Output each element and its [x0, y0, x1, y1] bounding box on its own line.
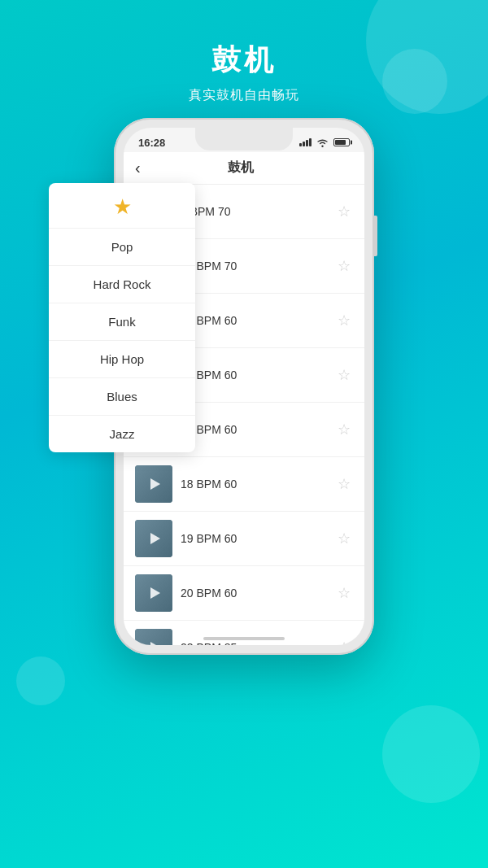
status-time: 16:28: [138, 137, 165, 149]
back-button[interactable]: ‹: [135, 159, 141, 177]
favorite-button[interactable]: ☆: [335, 257, 353, 275]
nav-bar: ‹ 鼓机: [124, 152, 364, 185]
play-icon: [150, 478, 160, 490]
track-name: 23 BPM 85: [181, 641, 327, 645]
track-item[interactable]: 18 BPM 60 ☆: [124, 457, 364, 512]
favorite-button[interactable]: ☆: [335, 203, 353, 220]
track-item[interactable]: 23 BPM 85 ☆: [124, 621, 364, 645]
track-name: 19 BPM 60: [181, 532, 327, 545]
track-name: 14 BPM 60: [181, 423, 327, 436]
play-icon: [150, 587, 160, 599]
dropdown-item-hard-rock[interactable]: Hard Rock: [49, 266, 195, 303]
track-thumbnail: [135, 629, 172, 645]
favorite-button[interactable]: ☆: [335, 639, 353, 645]
track-item[interactable]: 19 BPM 60 ☆: [124, 512, 364, 566]
star-outline-icon: ☆: [338, 204, 351, 219]
favorites-star-icon[interactable]: ★: [113, 194, 132, 220]
favorite-button[interactable]: ☆: [335, 475, 353, 493]
star-outline-icon: ☆: [338, 531, 351, 546]
track-name: 18 BPM 60: [181, 478, 327, 491]
star-outline-icon: ☆: [338, 259, 351, 273]
genre-dropdown: ★ PopHard RockFunkHip HopBluesJazz: [49, 183, 195, 452]
power-button: [374, 216, 377, 256]
star-outline-icon: ☆: [338, 368, 351, 382]
track-name: 12 BPM 60: [181, 314, 327, 327]
star-outline-icon: ☆: [338, 640, 351, 645]
favorite-button[interactable]: ☆: [335, 530, 353, 547]
favorite-button[interactable]: ☆: [335, 312, 353, 329]
favorite-button[interactable]: ☆: [335, 366, 353, 384]
dropdown-item-pop[interactable]: Pop: [49, 229, 195, 266]
track-name: 20 BPM 60: [181, 587, 327, 600]
track-thumbnail: [135, 574, 172, 612]
track-thumbnail: [135, 465, 172, 503]
nav-title: 鼓机: [149, 159, 333, 177]
notch: [195, 128, 293, 150]
play-icon: [150, 642, 160, 645]
home-indicator: [203, 637, 285, 640]
track-name: 1 BPM 70: [181, 205, 327, 218]
signal-icon: [299, 138, 312, 146]
star-outline-icon: ☆: [338, 422, 351, 437]
status-icons: [299, 138, 350, 147]
dropdown-item-hip-hop[interactable]: Hip Hop: [49, 341, 195, 378]
dropdown-header: ★: [49, 183, 195, 229]
track-name: 13 BPM 60: [181, 369, 327, 382]
play-icon: [150, 533, 160, 544]
dropdown-item-blues[interactable]: Blues: [49, 378, 195, 416]
star-outline-icon: ☆: [338, 586, 351, 600]
track-item[interactable]: 20 BPM 60 ☆: [124, 566, 364, 621]
wifi-icon: [316, 138, 329, 147]
track-thumbnail: [135, 520, 172, 557]
star-outline-icon: ☆: [338, 477, 351, 491]
track-name: 10 BPM 70: [181, 260, 327, 273]
dropdown-item-jazz[interactable]: Jazz: [49, 416, 195, 452]
star-outline-icon: ☆: [338, 313, 351, 328]
favorite-button[interactable]: ☆: [335, 584, 353, 602]
favorite-button[interactable]: ☆: [335, 421, 353, 438]
phone-frame: 16:28: [114, 118, 374, 655]
battery-icon: [333, 138, 350, 146]
dropdown-item-funk[interactable]: Funk: [49, 303, 195, 341]
